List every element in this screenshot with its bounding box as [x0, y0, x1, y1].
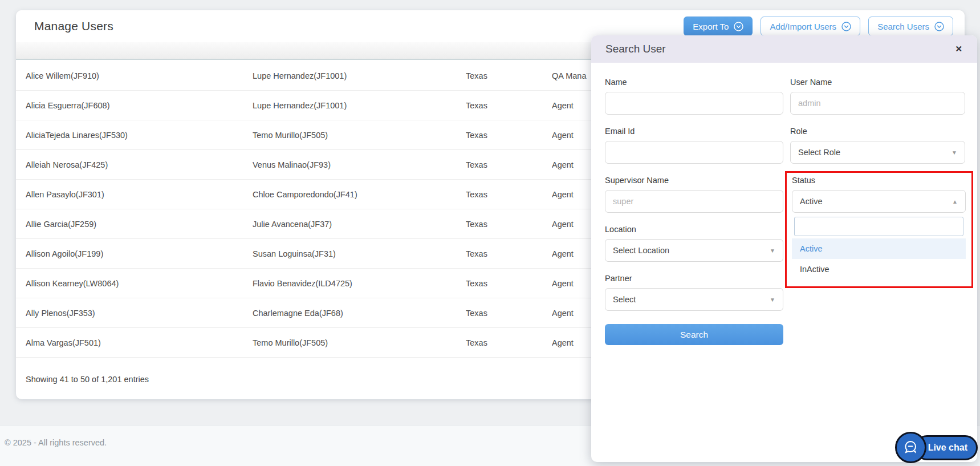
location-select-value: Select Location — [613, 246, 669, 255]
status-select-value: Active — [800, 197, 823, 206]
search-user-panel: Search User ✕ Name Email Id Supervisor N… — [591, 35, 977, 462]
email-field-group: Email Id — [605, 127, 783, 164]
location-cell: Texas — [466, 160, 552, 169]
chat-bubble-icon — [902, 439, 920, 456]
username-field-group: User Name — [790, 78, 965, 115]
supervisor-cell: Lupe Hernandez(JF1001) — [253, 71, 466, 80]
chevron-down-circle-icon — [841, 22, 851, 31]
location-cell: Texas — [466, 220, 552, 229]
search-user-form: Name Email Id Supervisor Name Location S… — [591, 63, 977, 345]
user-name-cell: Alma Vargas(JF501) — [26, 338, 253, 347]
caret-down-icon: ▼ — [770, 297, 775, 303]
supervisor-cell: Flavio Benavidez(ILD4725) — [253, 279, 466, 288]
supervisor-input[interactable] — [605, 190, 783, 213]
status-annotation-box: Status Active ▲ Active InActive — [785, 171, 973, 288]
supervisor-label: Supervisor Name — [605, 176, 783, 185]
search-button[interactable]: Search — [605, 324, 783, 345]
search-users-button[interactable]: Search Users — [868, 17, 953, 36]
user-name-cell: AliciaTejeda Linares(JF530) — [26, 131, 253, 140]
user-name-cell: Allison Agoilo(JF199) — [26, 249, 253, 258]
partner-label: Partner — [605, 274, 783, 283]
chevron-down-circle-icon — [734, 22, 743, 31]
supervisor-field-group: Supervisor Name — [605, 176, 783, 213]
caret-down-icon: ▼ — [951, 149, 957, 156]
panel-title: Search User — [605, 43, 666, 55]
supervisor-cell: Susan Loguinsa(JF31) — [253, 249, 466, 258]
location-cell: Texas — [466, 279, 552, 288]
export-to-label: Export To — [693, 22, 729, 31]
location-cell: Texas — [466, 338, 552, 347]
location-label: Location — [605, 225, 783, 234]
location-cell: Texas — [466, 249, 552, 258]
supervisor-cell: Charlemagne Eda(JF68) — [253, 309, 466, 318]
export-to-button[interactable]: Export To — [684, 17, 753, 36]
location-cell: Texas — [466, 101, 552, 110]
supervisor-cell: Lupe Hernandez(JF1001) — [253, 101, 466, 110]
chevron-down-circle-icon — [934, 22, 944, 31]
location-select[interactable]: Select Location ▼ — [605, 239, 783, 262]
partner-select[interactable]: Select ▼ — [605, 288, 783, 311]
close-icon[interactable]: ✕ — [955, 44, 962, 54]
username-input[interactable] — [790, 92, 965, 115]
email-input[interactable] — [605, 141, 783, 164]
add-import-users-label: Add/Import Users — [770, 22, 836, 31]
copyright-text: © 2025 - All rights reserved. — [5, 438, 107, 447]
location-cell: Texas — [466, 190, 552, 199]
user-name-cell: Ally Plenos(JF353) — [26, 309, 253, 318]
location-cell: Texas — [466, 71, 552, 80]
live-chat-widget[interactable]: Live chat — [895, 432, 978, 464]
status-label: Status — [792, 176, 966, 185]
caret-down-icon: ▼ — [770, 248, 775, 254]
manage-users-page: Manage Users Export To Add/Import Users … — [0, 0, 980, 466]
user-name-cell: Alleiah Nerosa(JF425) — [26, 160, 253, 169]
name-field-group: Name — [605, 78, 783, 115]
status-field-group: Status Active ▲ Active InActive — [792, 176, 966, 279]
caret-up-icon: ▲ — [952, 198, 958, 205]
user-name-cell: Allen Pasaylo(JF301) — [26, 190, 253, 199]
partner-select-value: Select — [613, 295, 636, 304]
supervisor-cell: Julie Avancena(JF37) — [253, 220, 466, 229]
location-field-group: Location Select Location ▼ — [605, 225, 783, 262]
role-field-group: Role Select Role ▼ — [790, 127, 965, 164]
status-option-active[interactable]: Active — [792, 238, 966, 259]
supervisor-cell: Venus Malinao(JF93) — [253, 160, 466, 169]
role-select-value: Select Role — [798, 148, 840, 157]
status-dropdown: Active InActive — [792, 217, 966, 279]
status-option-inactive[interactable]: InActive — [792, 259, 966, 279]
name-label: Name — [605, 78, 783, 87]
role-select[interactable]: Select Role ▼ — [790, 141, 965, 164]
search-users-label: Search Users — [877, 22, 929, 31]
user-name-cell: Alicia Esguerra(JF608) — [26, 101, 253, 110]
supervisor-cell: Temo Murillo(JF505) — [253, 131, 466, 140]
supervisor-cell: Chloe Camporedondo(JF41) — [253, 190, 466, 199]
name-input[interactable] — [605, 92, 783, 115]
supervisor-cell: Temo Murillo(JF505) — [253, 338, 466, 347]
user-name-cell: Allison Kearney(LW8064) — [26, 279, 253, 288]
form-right-column: User Name Role Select Role ▼ Status Acti… — [790, 78, 965, 288]
location-cell: Texas — [466, 131, 552, 140]
user-name-cell: Alice Willem(JF910) — [26, 71, 253, 80]
form-left-column: Name Email Id Supervisor Name Location S… — [605, 78, 783, 345]
status-select[interactable]: Active ▲ — [792, 190, 966, 213]
email-label: Email Id — [605, 127, 783, 136]
add-import-users-button[interactable]: Add/Import Users — [761, 17, 860, 36]
status-filter-input[interactable] — [794, 217, 963, 236]
live-chat-icon[interactable] — [895, 432, 926, 463]
role-label: Role — [790, 127, 965, 136]
partner-field-group: Partner Select ▼ — [605, 274, 783, 311]
username-label: User Name — [790, 78, 965, 87]
page-title: Manage Users — [34, 19, 113, 33]
search-user-panel-header: Search User ✕ — [591, 35, 977, 63]
header-buttons: Export To Add/Import Users Search Users — [684, 17, 953, 36]
location-cell: Texas — [466, 309, 552, 318]
live-chat-label: Live chat — [928, 443, 967, 453]
user-name-cell: Allie Garcia(JF259) — [26, 220, 253, 229]
